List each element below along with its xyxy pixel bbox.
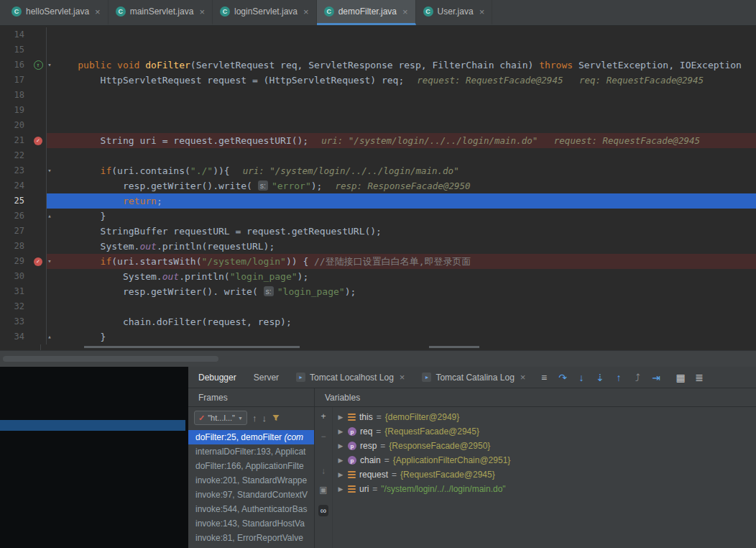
line-number[interactable]: 29 <box>0 254 30 269</box>
fold-icon[interactable]: ▾ <box>46 58 54 73</box>
frame-row[interactable]: doFilter:166, ApplicationFilte <box>188 459 314 473</box>
variable-row[interactable]: ▶pchain={ApplicationFilterChain@2951} <box>333 453 756 467</box>
line-number[interactable]: 26 <box>0 209 30 224</box>
horizontal-scrollbar[interactable] <box>0 350 756 367</box>
editor-tab-User[interactable]: CUser.java× <box>416 0 493 25</box>
line-number[interactable]: 15 <box>0 42 30 58</box>
editor-tab-mainServlet[interactable]: CmainServlet.java× <box>109 0 213 25</box>
code-line[interactable]: 19 <box>0 103 756 118</box>
code-line[interactable]: 32 <box>0 299 756 314</box>
frame-row[interactable]: internalDoFilter:193, Applicat <box>188 444 314 459</box>
code-line[interactable]: 31resp.getWriter(). write( s:"login_page… <box>0 284 756 299</box>
line-number[interactable]: 20 <box>0 118 30 133</box>
close-icon[interactable]: × <box>520 372 526 383</box>
close-icon[interactable]: × <box>95 6 101 17</box>
force-step-into-icon[interactable]: ⇣ <box>591 367 609 388</box>
code-line[interactable]: 22 <box>0 148 756 163</box>
drop-frame-icon[interactable]: ⤴ <box>628 367 647 388</box>
thread-selector-dropdown[interactable]: ✓ "ht...l..." ▼ <box>194 411 247 425</box>
infinity-badge-icon[interactable]: ∞ <box>318 505 329 516</box>
editor-tab-loginServlet[interactable]: CloginServlet.java× <box>213 0 317 25</box>
expand-arrow-icon[interactable]: ▶ <box>337 457 344 464</box>
debug-tab-debugger[interactable]: Debugger <box>190 367 245 388</box>
fold-icon[interactable]: ▴ <box>46 209 54 224</box>
close-icon[interactable]: × <box>303 6 309 17</box>
editor-tab-helloServlet[interactable]: ChelloServlet.java× <box>4 0 109 25</box>
line-number[interactable]: 34 <box>0 329 30 344</box>
code-line[interactable]: 33chain.doFilter(request, resp); <box>0 314 756 329</box>
duplicate-icon[interactable]: ▣ <box>319 485 327 495</box>
line-number[interactable]: 23 <box>0 163 30 178</box>
code-line[interactable]: 29✓▾if(uri.startsWith("/system/login")) … <box>0 254 756 269</box>
code-line[interactable]: 17HttpServletRequest request = (HttpServ… <box>0 73 756 88</box>
variable-row[interactable]: ▶presp={ResponseFacade@2950} <box>333 439 756 453</box>
line-number[interactable]: 27 <box>0 224 30 239</box>
variable-row[interactable]: ▶preq={RequestFacade@2945} <box>333 424 756 439</box>
expand-arrow-icon[interactable]: ▶ <box>337 442 344 449</box>
scrollbar-thumb[interactable] <box>3 356 218 362</box>
filter-icon[interactable] <box>272 414 280 422</box>
code-line[interactable]: 26▴} <box>0 209 756 224</box>
frame-row[interactable]: invoke:544, AuthenticatorBas <box>188 502 314 516</box>
line-number[interactable]: 24 <box>0 178 30 193</box>
previous-frame-icon[interactable]: ↑ <box>252 413 257 424</box>
code-line[interactable]: 34▴} <box>0 329 756 344</box>
debug-tab-tomcat-catalina-log[interactable]: ▸Tomcat Catalina Log× <box>413 367 534 388</box>
code-line[interactable]: 28System.out.println(requestURL); <box>0 239 756 254</box>
code-line[interactable]: 15 <box>0 42 756 58</box>
step-out-icon[interactable]: ↑ <box>609 367 628 388</box>
run-to-cursor-icon[interactable]: ⇥ <box>647 367 665 388</box>
line-number[interactable]: 30 <box>0 269 30 284</box>
fold-icon[interactable]: ▾ <box>46 163 54 178</box>
line-number[interactable]: 25 <box>0 193 30 209</box>
variable-row[interactable]: ▶this={demoFilter@2949} <box>333 410 756 424</box>
next-frame-icon[interactable]: ↓ <box>262 413 267 424</box>
code-line[interactable]: 23▾if(uri.contains("./")){uri: "/system/… <box>0 163 756 178</box>
debug-tab-server[interactable]: Server <box>245 367 287 388</box>
fold-icon[interactable]: ▴ <box>46 329 54 344</box>
code-line[interactable]: 24resp.getWriter().write( s:"error");res… <box>0 178 756 193</box>
code-line[interactable]: 25return; <box>0 193 756 209</box>
frame-row[interactable]: invoke:201, StandardWrappe <box>188 473 314 488</box>
evaluate-grid-icon[interactable]: ▦ <box>671 367 690 388</box>
expand-arrow-icon[interactable]: ▶ <box>337 485 344 493</box>
line-number[interactable]: 22 <box>0 148 30 163</box>
line-number[interactable]: 18 <box>0 88 30 103</box>
debug-tab-tomcat-localhost-log[interactable]: ▸Tomcat Localhost Log× <box>287 367 413 388</box>
frame-row[interactable]: invoke:81, ErrorReportValve <box>188 531 314 545</box>
close-icon[interactable]: × <box>402 6 408 17</box>
expand-arrow-icon[interactable]: ▶ <box>337 428 344 435</box>
step-into-icon[interactable]: ↓ <box>572 367 591 388</box>
breakpoint-icon[interactable]: ✓ <box>34 257 42 266</box>
breakpoint-icon[interactable]: ✓ <box>34 137 42 145</box>
variable-row[interactable]: ▶request={RequestFacade@2945} <box>333 467 756 482</box>
variable-row[interactable]: ▶uri="/system/login/../../login/main.do" <box>333 482 756 496</box>
frame-row[interactable]: invoke:143, StandardHostVa <box>188 516 314 531</box>
line-number[interactable]: 21 <box>0 133 30 148</box>
remove-watch-icon[interactable]: − <box>321 431 326 442</box>
code-line[interactable]: 27StringBuffer requestURL = request.getR… <box>0 224 756 239</box>
code-line[interactable]: 18 <box>0 88 756 103</box>
code-editor[interactable]: 141516↑▾public void doFilter(ServletRequ… <box>0 26 756 350</box>
editor-tab-demoFilter[interactable]: CdemoFilter.java× <box>317 0 416 25</box>
line-number[interactable]: 16 <box>0 58 30 73</box>
move-down-icon[interactable]: ↓ <box>321 466 326 476</box>
code-line[interactable]: 14 <box>0 27 756 42</box>
layout-menu-icon[interactable]: ≡ <box>535 367 553 388</box>
add-watch-icon[interactable]: + <box>321 411 326 421</box>
expand-arrow-icon[interactable]: ▶ <box>337 471 344 478</box>
code-line[interactable]: 21✓String uri = request.getRequestURI();… <box>0 133 756 148</box>
code-line[interactable]: 16↑▾public void doFilter(ServletRequest … <box>0 58 756 73</box>
line-number[interactable]: 31 <box>0 284 30 299</box>
line-number[interactable]: 33 <box>0 314 30 329</box>
fold-icon[interactable]: ▾ <box>46 254 54 269</box>
layout-settings-icon[interactable]: ≣ <box>690 367 709 388</box>
code-line[interactable]: 20 <box>0 118 756 133</box>
override-method-icon[interactable]: ↑ <box>34 60 43 70</box>
step-over-icon[interactable]: ↷ <box>553 367 572 388</box>
close-icon[interactable]: × <box>400 372 405 383</box>
line-number[interactable]: 32 <box>0 299 30 314</box>
line-number[interactable]: 19 <box>0 103 30 118</box>
expand-arrow-icon[interactable]: ▶ <box>337 414 344 421</box>
frame-row[interactable]: doFilter:25, demoFilter (com <box>188 430 314 444</box>
